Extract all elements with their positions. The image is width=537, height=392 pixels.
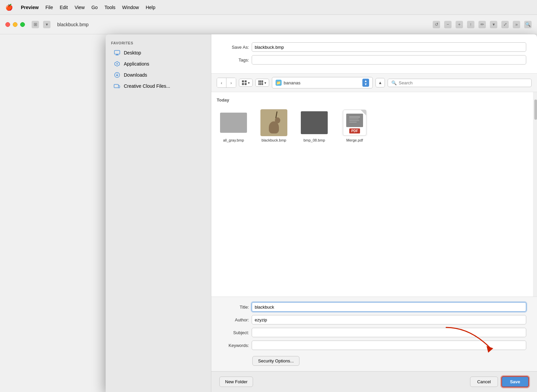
sidebar-toggle-icon[interactable]: ⊞ [32,21,39,28]
bg-toolbar: ⊞ ▾ blackbuck.bmp ↺ − + ↑ ✏ ▾ ⤢ » 🔍 [0,15,537,34]
file-item[interactable]: all_gray.bmp [217,107,250,145]
search-input[interactable] [399,80,528,85]
file-browser[interactable]: Today all_gray.bmp [211,92,537,297]
keywords-label: Keywords: [222,343,249,348]
keywords-row: Keywords: [222,341,526,350]
apple-menu[interactable]: 🍎 [5,4,13,11]
menu-view[interactable]: View [75,5,85,10]
security-options-button[interactable]: Security Options... [252,356,299,366]
dialog-bottom-form: Title: Author: Subject: Keywords: Securi… [211,297,537,371]
scrollbar-track[interactable] [533,92,537,297]
nav-buttons: ‹ › [217,78,236,88]
history-icon[interactable]: ↺ [433,21,440,28]
icon-view-button[interactable]: ▾ [239,79,253,87]
minimize-button[interactable] [13,22,17,27]
file-thumbnail [220,109,247,136]
dialog-toolbar: ‹ › ▾ [211,74,537,92]
list-grid-icon [258,80,263,85]
overflow-icon[interactable]: » [513,21,520,28]
sidebar-item-desktop[interactable]: Desktop [108,47,208,58]
more-icon[interactable]: ▾ [490,21,497,28]
file-item[interactable]: PDF Merge.pdf [338,107,371,145]
menu-window[interactable]: Window [122,5,139,10]
svg-rect-5 [114,84,118,88]
save-button[interactable]: Save [501,376,529,387]
pdf-preview [346,114,363,127]
search-icon[interactable]: 🔍 [524,21,532,28]
sidebar-item-label-cloud: Creative Cloud Files... [124,83,170,89]
svg-point-3 [116,63,118,65]
chevron-down-icon: ▾ [248,81,250,85]
chevron-down-icon2: ▾ [264,81,266,85]
edit-icon[interactable]: ✏ [478,21,486,28]
window-title: blackbuck.bmp [57,22,88,27]
desktop-icon [114,49,120,56]
pdf-icon: PDF [343,110,366,136]
svg-rect-2 [115,55,119,55]
title-input[interactable] [252,302,526,312]
file-thumbnail [301,109,328,136]
sidebar-item-label-desktop: Desktop [124,50,141,55]
location-button[interactable]: 📁 bananas ▲▼ [272,77,373,88]
file-thumbnail: PDF [341,109,368,136]
footer-right: Cancel Save [470,376,529,387]
save-as-row: Save As: [222,42,526,52]
search-box[interactable]: 🔍 [388,79,532,87]
menu-tools[interactable]: Tools [104,5,115,10]
chevron-down-icon[interactable]: ▾ [43,21,50,28]
search-icon: 🔍 [391,80,397,85]
menu-file[interactable]: File [45,5,53,10]
new-folder-button[interactable]: New Folder [219,377,253,387]
share-icon[interactable]: ↑ [467,21,474,28]
favorites-label: Favorites [106,41,211,47]
file-grid: all_gray.bmp blackbuck.bmp [217,107,532,145]
keywords-input[interactable] [252,341,526,350]
expand-icon[interactable]: ⤢ [501,21,509,28]
sidebar-item-downloads[interactable]: Downloads [108,70,208,80]
file-item[interactable]: blackbuck.bmp [257,107,291,145]
save-dialog: Favorites Desktop Applications [106,34,537,392]
subject-input[interactable] [252,328,526,337]
dialog-content: Save As: Tags: ‹ › ▾ [211,34,537,392]
downloads-icon [114,72,120,78]
cloud-icon [114,83,120,89]
maximize-button[interactable] [20,22,25,27]
tags-row: Tags: [222,55,526,65]
svg-rect-9 [349,120,359,121]
author-input[interactable] [252,315,526,324]
folder-icon: 📁 [276,80,282,86]
menu-help[interactable]: Help [146,5,155,10]
gray-bmp-preview [220,113,247,133]
applications-icon [114,61,120,67]
list-view-button[interactable]: ▾ [255,79,269,87]
subject-row: Subject: [222,328,526,337]
file-name: bmp_08.bmp [303,138,325,142]
svg-rect-8 [349,118,359,119]
sidebar-item-cloud[interactable]: Creative Cloud Files... [108,81,208,91]
cancel-button[interactable]: Cancel [470,377,498,387]
author-row: Author: [222,315,526,324]
sidebar-item-applications[interactable]: Applications [108,58,208,69]
sidebar-item-label-downloads: Downloads [124,72,147,78]
tags-input[interactable] [252,55,526,65]
file-item[interactable]: bmp_08.bmp [297,107,331,145]
scrollbar-thumb[interactable] [534,100,537,120]
collapse-button[interactable]: ▲ [375,78,385,87]
dialog-top-form: Save As: Tags: [211,34,537,74]
close-button[interactable] [5,22,10,27]
save-as-input[interactable] [252,42,526,52]
subject-label: Subject: [222,330,249,335]
menu-go[interactable]: Go [92,5,98,10]
nav-back-button[interactable]: ‹ [217,78,226,87]
title-row: Title: [222,302,526,312]
app-name: Preview [21,5,39,10]
svg-rect-7 [349,116,360,118]
svg-rect-10 [349,122,357,123]
nav-forward-button[interactable]: › [226,78,236,87]
file-name: blackbuck.bmp [261,138,286,142]
zoom-in-icon[interactable]: + [456,21,463,28]
zoom-out-icon[interactable]: − [444,21,452,28]
menu-edit[interactable]: Edit [60,5,68,10]
file-name: Merge.pdf [346,138,363,142]
sidebar-item-label-applications: Applications [124,61,149,67]
